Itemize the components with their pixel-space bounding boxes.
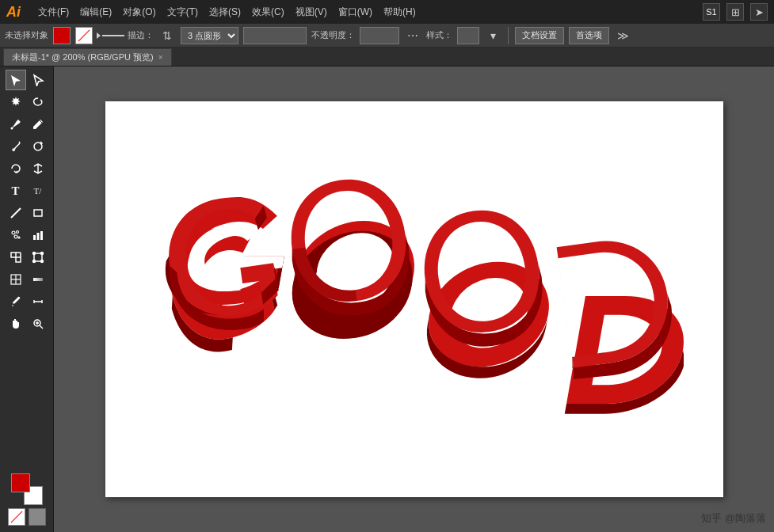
svg-point-18	[40, 260, 43, 263]
symbol-sprayer-tool[interactable]	[6, 225, 26, 245]
options-bar: 未选择对象 描边： ⇅ 3 点圆形 1 点 2 点 3 点 不透明度： 100%…	[0, 24, 774, 48]
svg-point-2	[34, 142, 42, 150]
foreground-color-box[interactable]	[11, 473, 30, 492]
opacity-expand-icon[interactable]: ⋯	[404, 27, 421, 44]
send-btn[interactable]: ➤	[750, 3, 768, 21]
doc-settings-btn[interactable]: 文档设置	[515, 27, 564, 44]
svg-rect-12	[11, 253, 16, 257]
tool-row-7	[6, 203, 48, 223]
svg-rect-23	[33, 278, 43, 281]
blob-brush-tool[interactable]	[28, 136, 48, 157]
doc-tab-close[interactable]: ×	[158, 53, 163, 62]
title-bar-right: S1 ⊞ ➤	[703, 3, 768, 21]
fill-swatch[interactable]	[53, 27, 71, 44]
touch-type-tool[interactable]: T/	[28, 180, 48, 201]
doc-tabs: 未标题-1* @ 200% (RGB/GPU 预览) ×	[0, 48, 774, 66]
lasso-tool[interactable]	[28, 92, 48, 112]
tool-row-11	[6, 291, 48, 312]
tool-row-10	[6, 269, 48, 290]
opacity-input[interactable]: 100%	[360, 27, 399, 44]
svg-line-28	[40, 325, 43, 329]
reflect-tool[interactable]	[28, 158, 48, 179]
free-transform-tool[interactable]	[28, 247, 48, 268]
foreground-background-colors[interactable]	[11, 473, 43, 505]
tool-row-4	[6, 136, 48, 157]
svg-rect-9	[33, 235, 36, 240]
svg-point-8	[18, 237, 20, 238]
svg-line-3	[11, 208, 21, 218]
svg-point-5	[12, 231, 15, 234]
menu-help[interactable]: 帮助(H)	[379, 4, 421, 21]
gradient-tool[interactable]	[28, 269, 48, 290]
line-segment-tool[interactable]	[6, 203, 26, 223]
zoom-tool[interactable]	[28, 314, 48, 334]
hand-tool[interactable]	[6, 314, 26, 334]
rectangle-tool[interactable]	[28, 203, 48, 223]
selection-tool[interactable]	[6, 70, 26, 90]
document-tab[interactable]: 未标题-1* @ 200% (RGB/GPU 预览) ×	[3, 48, 172, 66]
menu-window[interactable]: 窗口(W)	[334, 4, 377, 21]
svg-rect-11	[40, 231, 43, 240]
doc-tab-title: 未标题-1* @ 200% (RGB/GPU 预览)	[12, 51, 154, 63]
rotate-tool[interactable]	[6, 158, 26, 179]
canvas-area: .letter-top { fill: #cc1111; } .letter-s…	[54, 66, 774, 532]
menu-effect[interactable]: 效果(C)	[247, 4, 289, 21]
svg-point-0	[10, 127, 13, 130]
menu-text[interactable]: 文字(T)	[162, 4, 203, 21]
scale-tool[interactable]	[6, 247, 26, 268]
tool-row-8	[6, 225, 48, 245]
artboard: .letter-top { fill: #cc1111; } .letter-s…	[105, 101, 723, 497]
gray-color-box[interactable]	[29, 508, 46, 526]
svg-point-7	[14, 235, 17, 238]
brush-tool[interactable]	[6, 136, 26, 157]
svg-point-19	[32, 260, 35, 263]
title-bar: Ai 文件(F) 编辑(E) 对象(O) 文字(T) 选择(S) 效果(C) 视…	[0, 0, 774, 24]
menu-edit[interactable]: 编辑(E)	[75, 4, 116, 21]
svg-rect-13	[16, 257, 21, 262]
svg-point-17	[40, 253, 43, 255]
none-stroke-row	[8, 508, 46, 526]
eyedropper-tool[interactable]	[6, 291, 26, 312]
tool-row-5	[6, 158, 48, 179]
style-dropdown-icon[interactable]: ▾	[484, 27, 501, 44]
tool-row-1	[6, 70, 48, 90]
stroke-label: 描边：	[128, 29, 154, 41]
stroke-swatch-none[interactable]	[75, 27, 93, 44]
svg-rect-10	[36, 233, 39, 240]
options-extra-icon[interactable]: ≫	[614, 27, 631, 44]
stroke-type-select[interactable]: 3 点圆形 1 点 2 点 3 点	[181, 27, 238, 44]
preferences-btn[interactable]: 首选项	[569, 27, 609, 44]
direct-selection-tool[interactable]	[28, 70, 48, 90]
menu-bar: 文件(F) 编辑(E) 对象(O) 文字(T) 选择(S) 效果(C) 视图(V…	[33, 4, 421, 21]
stroke-up-icon[interactable]: ⇅	[158, 27, 176, 44]
column-graph-tool[interactable]	[28, 225, 48, 245]
style-label: 样式：	[426, 29, 452, 41]
opacity-label: 不透明度：	[311, 29, 355, 41]
none-color-box[interactable]	[8, 508, 25, 526]
tool-row-12	[6, 314, 48, 334]
pen-tool[interactable]	[6, 114, 26, 135]
menu-file[interactable]: 文件(F)	[33, 4, 74, 21]
tool-row-3	[6, 114, 48, 135]
tool-row-2	[6, 92, 48, 112]
no-selection-label: 未选择对象	[5, 29, 48, 41]
arrange-windows-btn[interactable]: ⊞	[726, 3, 744, 21]
app-logo: Ai	[6, 4, 21, 21]
tool-row-9	[6, 247, 48, 268]
menu-select[interactable]: 选择(S)	[204, 4, 246, 21]
type-tool[interactable]: T	[6, 180, 26, 201]
menu-object[interactable]: 对象(O)	[118, 4, 160, 21]
svg-point-16	[32, 253, 35, 255]
magic-wand-tool[interactable]	[6, 92, 26, 112]
color-section	[5, 470, 49, 529]
stroke-style-icon	[97, 27, 123, 44]
measure-tool[interactable]	[28, 291, 48, 312]
svg-rect-4	[34, 210, 42, 216]
tool-row-6: T T/	[6, 180, 48, 201]
s1-badge: S1	[703, 3, 720, 21]
pencil-tool[interactable]	[28, 114, 48, 135]
menu-view[interactable]: 视图(V)	[291, 4, 332, 21]
mesh-tool[interactable]	[6, 269, 26, 290]
svg-point-6	[16, 231, 18, 234]
left-toolbar: T T/	[0, 66, 54, 532]
